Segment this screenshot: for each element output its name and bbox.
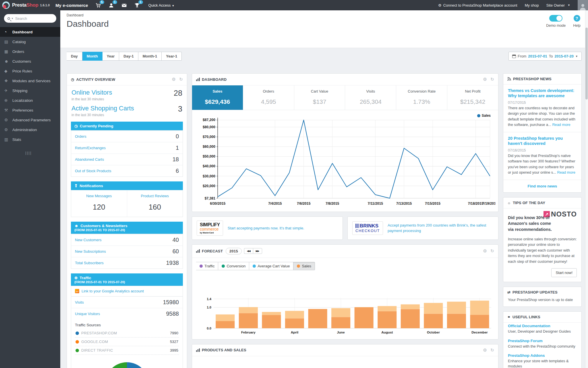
list-item-link[interactable]: New Customers xyxy=(75,238,101,242)
sidebar-item[interactable]: ❖ Modules and Services xyxy=(0,76,60,86)
refresh-icon[interactable]: ↻ xyxy=(179,77,183,82)
list-item: Out of Stock Products 6 xyxy=(71,165,183,177)
sidebar-item[interactable]: ✈ Shipping xyxy=(0,86,60,95)
kpi-box[interactable]: Visits 265,304 xyxy=(345,85,396,110)
useful-link-label[interactable]: Official Documentation xyxy=(508,324,577,328)
kpi-value: 1.73% xyxy=(396,98,447,105)
demo-mode-toggle[interactable] xyxy=(549,15,562,22)
start-now-button[interactable]: Start now! xyxy=(551,268,577,277)
svg-text:$40,000: $40,000 xyxy=(203,164,215,168)
refresh-icon[interactable]: ↻ xyxy=(490,248,494,254)
sidebar-item[interactable]: ⊕ Localization xyxy=(0,95,60,105)
kpi-box[interactable]: Orders 4,595 xyxy=(243,85,294,110)
list-item: Visits 15980 xyxy=(71,296,183,308)
notification-link[interactable]: New Messages xyxy=(71,194,127,198)
range-button[interactable]: Month-1 xyxy=(138,52,162,61)
read-more-link[interactable]: Read more xyxy=(552,122,570,127)
notification-link[interactable]: Product Reviews xyxy=(127,194,183,198)
useful-link-label[interactable]: PrestaShop Forum xyxy=(508,339,577,343)
gear-icon[interactable]: ⚙ xyxy=(483,77,487,82)
avatar[interactable] xyxy=(578,0,588,10)
sidebar-item[interactable]: ◆ Price Rules xyxy=(0,66,60,76)
news-article-title[interactable]: 20 PrestaShop features you haven't disco… xyxy=(508,136,577,146)
user-menu[interactable]: Site Owner▼ xyxy=(546,3,570,7)
read-more-link[interactable]: Read more xyxy=(557,170,575,175)
messages-icon[interactable] xyxy=(121,3,127,8)
range-button[interactable]: Year-1 xyxy=(162,52,182,61)
forecast-metric-button[interactable]: Average Cart Value xyxy=(249,262,293,270)
gear-icon[interactable]: ⚙ xyxy=(172,77,176,82)
google-analytics-link[interactable]: Link to your Google Analytics account xyxy=(82,289,144,293)
kpi-box[interactable]: Cart Value $137 xyxy=(294,85,345,110)
gear-icon[interactable]: ⚙ xyxy=(483,248,487,254)
sidebar-item[interactable]: ▤ Catalog xyxy=(0,37,60,47)
search-input[interactable] xyxy=(15,16,50,21)
list-item-link[interactable]: Orders xyxy=(75,134,86,139)
range-button[interactable]: Month xyxy=(82,52,102,61)
kpi-box[interactable]: Net Profit $215,342 xyxy=(447,85,498,110)
brinks-text[interactable]: Accept payments from 200 countries with … xyxy=(388,223,494,234)
range-button[interactable]: Day-1 xyxy=(119,52,138,61)
kpi-box[interactable]: Conversion Rate 1.73% xyxy=(396,85,447,110)
brinks-banner[interactable]: BRINKS CHECKOUT Accept payments from 200… xyxy=(347,216,498,239)
sidebar-item-label: Stats xyxy=(12,137,21,142)
page-scrollbar[interactable] xyxy=(585,10,588,368)
simplify-text[interactable]: Start accepting payments now. It's that … xyxy=(228,225,304,231)
online-visitors-link[interactable]: Online Visitors xyxy=(71,89,112,96)
refresh-icon[interactable]: ↻ xyxy=(490,77,494,82)
notification-value: 120 xyxy=(71,203,127,212)
quick-access-menu[interactable]: Quick Access▼ xyxy=(148,3,175,7)
sidebar-item[interactable]: ⚙ Administration xyxy=(0,125,60,135)
active-carts-link[interactable]: Active Shopping Carts xyxy=(71,105,134,112)
shop-name[interactable]: My e-commerce xyxy=(55,3,88,8)
list-item-link[interactable]: Total Subscribers xyxy=(75,261,104,265)
list-item-link[interactable]: Return/Exchanges xyxy=(75,146,106,150)
search-box[interactable]: ▼ xyxy=(4,14,56,23)
range-button[interactable]: Year xyxy=(102,52,119,61)
forecast-metric-button[interactable]: Conversion xyxy=(218,262,249,270)
useful-link-label[interactable]: PrestaShop Addons xyxy=(508,353,577,358)
range-button[interactable]: Day xyxy=(67,52,82,61)
kpi-value: $215,342 xyxy=(447,98,498,105)
useful-link: PrestaShop Addons Enhance your store wit… xyxy=(508,353,577,368)
date-range-button[interactable]: From2015-07-01 To2015-07-20 ▼ xyxy=(508,52,582,61)
news-article-title[interactable]: Themes vs Custom development: Why templa… xyxy=(508,88,577,98)
sidebar-item-label: Modules and Services xyxy=(12,79,51,83)
forecast-prev-button[interactable]: ◀◀ xyxy=(244,248,253,254)
online-visitors-sub: in the last 30 minutes xyxy=(71,97,112,101)
forecast-metric-button[interactable]: Traffic xyxy=(196,262,218,270)
list-item-link[interactable]: Out of Stock Products xyxy=(75,169,111,173)
chevron-down-icon[interactable]: ▼ xyxy=(11,17,13,20)
find-more-news-link[interactable]: Find more news xyxy=(503,180,581,192)
sidebar-item[interactable]: ▦ Orders xyxy=(0,47,60,56)
simplify-banner[interactable]: SIMPLIFY commerce by MasterCard Start ac… xyxy=(192,216,343,239)
customers-topbar-icon[interactable]: 1 xyxy=(109,3,114,8)
kpi-box[interactable]: Sales $629,436 xyxy=(192,85,243,110)
sidebar-item[interactable]: ▥ Stats xyxy=(0,135,60,144)
list-item-link[interactable]: Unique Visitors xyxy=(75,312,100,316)
sidebar-item[interactable]: ◔ Dashboard xyxy=(0,27,60,37)
version-label: 1.6.1.0 xyxy=(40,3,50,7)
list-item-link[interactable]: Abandoned Carts xyxy=(75,157,104,162)
sidebar-item[interactable]: ⚙ Advanced Parameters xyxy=(0,115,60,125)
list-item-link[interactable]: New Subscriptions xyxy=(75,249,106,254)
trophy-icon[interactable]: 1 xyxy=(134,3,140,8)
marketplace-link[interactable]: ⚙Connect to PrestaShop Marketplace accou… xyxy=(438,3,517,7)
list-item-link[interactable]: Visits xyxy=(75,300,84,304)
forecast-metric-button[interactable]: Sales xyxy=(293,262,315,270)
svg-text:7/19/2015: 7/19/2015 xyxy=(482,202,495,206)
sidebar-collapse-handle[interactable]: |||| xyxy=(25,151,60,155)
scrollbar-thumb[interactable] xyxy=(585,28,588,99)
list-item-value: 6 xyxy=(176,168,179,174)
forecast-next-button[interactable]: ▶▶ xyxy=(253,248,262,254)
my-shop-link[interactable]: My shop xyxy=(525,3,539,7)
sidebar-item[interactable]: ☻ Customers xyxy=(0,56,60,66)
help-icon[interactable]: ? xyxy=(574,15,580,22)
svg-text:7/8/2015: 7/8/2015 xyxy=(326,202,339,206)
sidebar-item[interactable]: ⚒ Preferences xyxy=(0,105,60,115)
forecast-panel: FORECAST 2015 ◀◀ ▶▶ ⚙↻ Traffic xyxy=(192,244,498,340)
cart-icon[interactable]: 5 xyxy=(96,3,101,8)
demo-mode-control: Demo mode xyxy=(546,15,566,28)
refresh-icon[interactable]: ↻ xyxy=(490,348,494,353)
gear-icon[interactable]: ⚙ xyxy=(483,348,487,353)
